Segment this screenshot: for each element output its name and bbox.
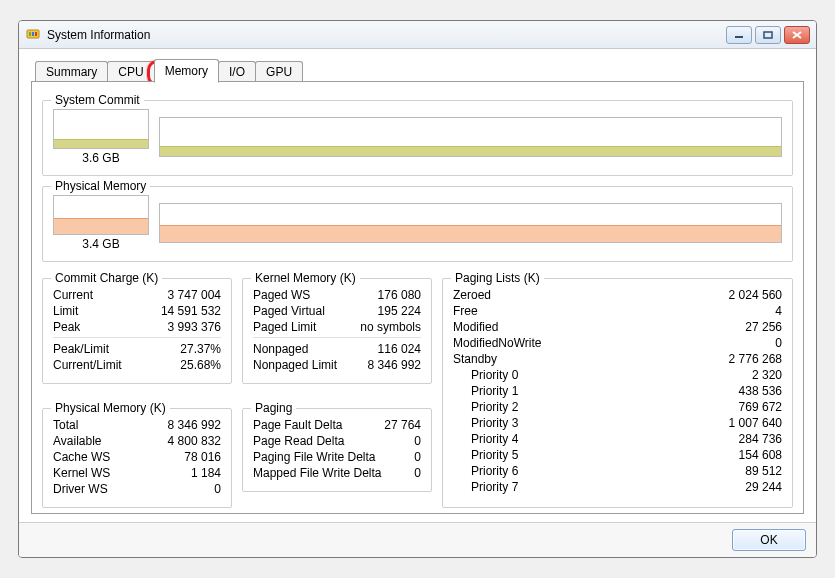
group-label-system-commit: System Commit [51,93,144,107]
timeline-phys [159,203,782,243]
data-row: Priority 2769 672 [453,399,782,415]
data-key: Total [53,418,78,432]
data-row: Priority 02 320 [453,367,782,383]
data-key: Priority 5 [453,448,518,462]
data-value: 0 [414,466,421,480]
mini-label-commit: 3.6 GB [82,151,119,165]
data-row: Modified27 256 [453,319,782,335]
data-key: Modified [453,320,498,334]
data-row: Paged Limitno symbols [253,319,421,335]
minimize-button[interactable] [726,26,752,44]
data-value: 78 016 [184,450,221,464]
maximize-button[interactable] [755,26,781,44]
data-row: Page Read Delta0 [253,433,421,449]
data-value: 2 776 268 [729,352,782,366]
data-row: Total8 346 992 [53,417,221,433]
data-row: Priority 689 512 [453,463,782,479]
data-key: Priority 0 [453,368,518,382]
data-row: Kernel WS1 184 [53,465,221,481]
data-value: 176 080 [378,288,421,302]
data-value: 89 512 [745,464,782,478]
data-value: 0 [414,450,421,464]
tab-memory[interactable]: Memory [154,59,219,83]
group-paging: Paging Page Fault Delta27 764Page Read D… [242,408,432,492]
window-title: System Information [47,28,150,42]
mini-label-phys: 3.4 GB [82,237,119,251]
data-row: Paged Virtual195 224 [253,303,421,319]
svg-rect-2 [32,32,34,36]
data-row: Priority 4284 736 [453,431,782,447]
data-key: Limit [53,304,78,318]
data-row: Priority 1438 536 [453,383,782,399]
tabs: Summary CPU Memory I/O GPU [31,59,804,82]
data-value: 438 536 [739,384,782,398]
data-value: 154 608 [739,448,782,462]
data-value: no symbols [360,320,421,334]
data-row: Available4 800 832 [53,433,221,449]
data-value: 116 024 [378,342,421,356]
group-label-paging: Paging [251,401,296,415]
data-row: Page Fault Delta27 764 [253,417,421,433]
tab-summary[interactable]: Summary [35,61,108,82]
data-key: Current [53,288,93,302]
group-label-kernel-mem: Kernel Memory (K) [251,271,360,285]
svg-rect-3 [35,32,37,36]
data-key: Paging File Write Delta [253,450,376,464]
tab-body: System Commit 3.6 GB Physical Memory [31,81,804,514]
data-key: Priority 1 [453,384,518,398]
data-row: Peak3 993 376 [53,319,221,335]
data-value: 8 346 992 [168,418,221,432]
data-row: Limit14 591 532 [53,303,221,319]
data-key: Paged Limit [253,320,316,334]
ok-button[interactable]: OK [732,529,806,551]
group-label-commit-charge: Commit Charge (K) [51,271,162,285]
data-value: 25.68% [180,358,221,372]
tab-cpu[interactable]: CPU [107,61,154,82]
svg-rect-1 [29,32,31,36]
group-kernel-mem: Kernel Memory (K) Paged WS176 080Paged V… [242,278,432,384]
data-value: 284 736 [739,432,782,446]
data-row: Standby2 776 268 [453,351,782,367]
data-key: Priority 6 [453,464,518,478]
data-row: Paging File Write Delta0 [253,449,421,465]
data-key: Page Fault Delta [253,418,342,432]
data-row: Paged WS176 080 [253,287,421,303]
group-label-physical-memory: Physical Memory [51,179,150,193]
data-key: Paged Virtual [253,304,325,318]
data-row: Cache WS78 016 [53,449,221,465]
data-value: 769 672 [739,400,782,414]
close-button[interactable] [784,26,810,44]
group-commit-charge: Commit Charge (K) Current3 747 004Limit1… [42,278,232,384]
data-row: Priority 31 007 640 [453,415,782,431]
data-key: Free [453,304,478,318]
data-value: 14 591 532 [161,304,221,318]
mini-chart-phys: 3.4 GB [53,195,149,251]
data-key: Priority 4 [453,432,518,446]
svg-rect-5 [764,32,772,38]
tab-gpu[interactable]: GPU [255,61,303,82]
data-row: Mapped File Write Delta0 [253,465,421,481]
mini-chart-commit: 3.6 GB [53,109,149,165]
data-row: Driver WS0 [53,481,221,497]
data-key: Page Read Delta [253,434,344,448]
data-key: Standby [453,352,497,366]
data-value: 3 747 004 [168,288,221,302]
data-key: Zeroed [453,288,491,302]
data-row: Nonpaged116 024 [253,341,421,357]
data-key: Nonpaged [253,342,308,356]
data-value: 2 024 560 [729,288,782,302]
data-row: Priority 5154 608 [453,447,782,463]
data-value: 195 224 [378,304,421,318]
data-key: Available [53,434,101,448]
data-key: Current/Limit [53,358,122,372]
data-row: Zeroed2 024 560 [453,287,782,303]
data-value: 0 [214,482,221,496]
data-value: 27.37% [180,342,221,356]
data-key: Peak/Limit [53,342,109,356]
data-value: 27 764 [384,418,421,432]
data-value: 2 320 [752,368,782,382]
tab-io[interactable]: I/O [218,61,256,82]
timeline-commit [159,117,782,157]
data-value: 27 256 [745,320,782,334]
data-key: Mapped File Write Delta [253,466,382,480]
